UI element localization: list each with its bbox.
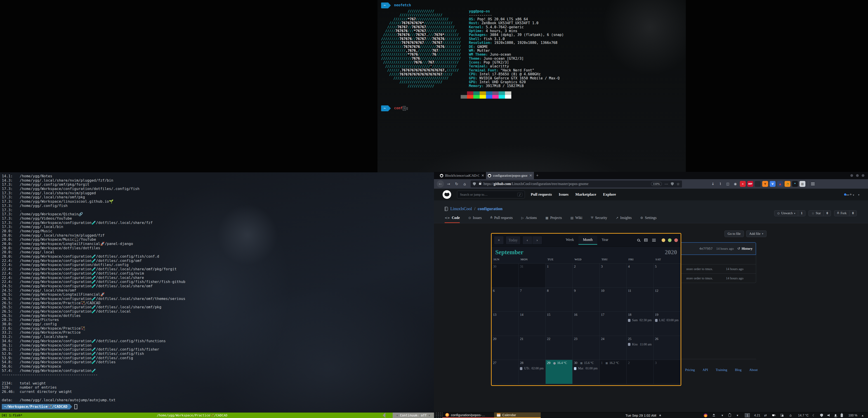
day-cell[interactable]: 14 <box>519 312 546 336</box>
day-cell[interactable]: 7 <box>519 288 546 312</box>
page-actions-icon[interactable]: ⋯ <box>664 182 668 186</box>
create-new-button[interactable]: + ▾ <box>849 192 854 197</box>
day-cell[interactable]: 19 LAD… 03:00 pm <box>654 312 681 336</box>
tray-item[interactable] <box>772 413 777 417</box>
minimize-button[interactable] <box>662 238 665 242</box>
repo-tab[interactable]: ▦Projects <box>546 216 562 223</box>
tray-item[interactable] <box>812 413 817 417</box>
repo-tab[interactable]: ⊙Issues <box>468 216 482 223</box>
browser-extension-icon[interactable]: V <box>770 181 776 187</box>
repo-tab[interactable]: ↗Insights <box>616 216 631 223</box>
forward-button[interactable]: → <box>445 180 452 187</box>
day-cell[interactable]: 27 <box>492 360 519 384</box>
tracking-protection-shield-icon[interactable] <box>473 182 476 186</box>
calendar-event[interactable]: Mar… 01:00 pm <box>574 367 598 370</box>
zoom-level-badge[interactable]: 110% <box>651 182 662 186</box>
day-cell[interactable]: 30 15.6 °C Mar… 01:00 pm <box>572 360 599 384</box>
day-cell[interactable]: 12 <box>654 288 681 312</box>
minimize-button[interactable] <box>850 174 853 177</box>
reload-button[interactable]: ↻ <box>453 180 460 187</box>
bookmark-star-icon[interactable]: ☆ <box>677 182 680 186</box>
tray-item[interactable] <box>835 414 837 417</box>
clock[interactable]: Tue Sep 29 1:02 AM <box>625 412 661 418</box>
view-tab[interactable]: Week <box>561 236 579 245</box>
next-month-button[interactable]: › <box>532 236 542 244</box>
tray-item[interactable] <box>728 414 732 417</box>
day-cell[interactable]: 9 <box>572 288 599 312</box>
browser-extension-icon[interactable]: ◫ <box>725 181 731 187</box>
day-cell[interactable]: 23 <box>572 336 599 360</box>
browser-extension-icon[interactable]: ↓ <box>710 181 716 187</box>
tray-item[interactable]: 1 <box>744 413 750 417</box>
day-cell[interactable]: 1 16.2 °C <box>600 360 627 384</box>
tray-item[interactable] <box>704 414 709 417</box>
day-cell[interactable]: 4 <box>627 264 653 288</box>
github-nav-link[interactable]: Marketplace <box>575 192 596 197</box>
day-cell[interactable]: 5 <box>654 264 681 288</box>
repo-tab[interactable]: ⚙Settings <box>640 216 657 223</box>
day-cell[interactable]: 25 Kiss … 11:00 am <box>627 336 653 360</box>
footer-link[interactable]: API <box>703 368 708 372</box>
url-bar[interactable]: https://github.com/LinuxIsCool/configura… <box>471 180 682 187</box>
tray-item[interactable]: 100 % <box>847 413 857 417</box>
day-cell[interactable]: 8 <box>546 288 572 312</box>
tray-item[interactable] <box>735 413 741 417</box>
calendars-grid-icon[interactable] <box>644 239 648 242</box>
day-cell[interactable]: 16 <box>572 312 599 336</box>
repo-tab[interactable]: ▤Wiki <box>570 216 583 223</box>
search-input[interactable] <box>460 192 518 197</box>
repo-tab[interactable]: ψPull requests <box>490 216 513 223</box>
tray-item[interactable] <box>780 413 785 417</box>
github-nav-link[interactable]: Pull requests <box>531 192 552 197</box>
day-cell[interactable]: 26 <box>654 336 681 360</box>
github-search[interactable]: / <box>457 191 525 198</box>
tray-item[interactable] <box>712 413 717 417</box>
view-tab[interactable]: Year <box>597 236 613 245</box>
tray-item[interactable] <box>820 414 824 417</box>
github-logo-icon[interactable] <box>442 190 451 199</box>
browser-extension-icon[interactable]: ⌇ <box>717 181 723 187</box>
tab-close-icon[interactable]: ✕ <box>481 174 484 178</box>
day-cell[interactable]: 28 UTr… 02:00 pm <box>519 360 546 384</box>
browser-extension-icon[interactable] <box>755 181 761 187</box>
day-cell[interactable]: 2 <box>572 264 599 288</box>
day-cell[interactable]: 6 <box>492 288 519 312</box>
day-cell[interactable]: 30 <box>492 264 519 288</box>
day-cell[interactable]: 13 <box>492 312 519 336</box>
tab-close-icon[interactable]: ✕ <box>529 174 532 178</box>
browser-extension-icon[interactable]: ▼ <box>762 181 768 187</box>
tray-item[interactable] <box>720 413 725 417</box>
day-cell[interactable]: 17 <box>600 312 627 336</box>
browser-tab[interactable]: BlockScience/cadCAD-Od ✕ <box>438 172 486 179</box>
day-cell[interactable]: 3 <box>654 360 681 384</box>
browser-extension-icon[interactable]: ◉ <box>733 181 738 187</box>
repo-tab[interactable]: ⛨Security <box>591 216 607 223</box>
day-cell[interactable]: 24 <box>600 336 627 360</box>
repo-tab[interactable]: ▷Actions <box>521 216 537 223</box>
tray-item[interactable] <box>827 414 832 417</box>
pocket-shield-icon[interactable] <box>671 182 674 186</box>
repo-action-button[interactable]: ⊙Unwatch▾ 1 <box>774 210 805 216</box>
github-nav-link[interactable]: Issues <box>559 192 568 197</box>
footer-link[interactable]: Blog <box>735 368 741 372</box>
calendar-event[interactable]: UTr… 02:00 pm <box>520 367 544 370</box>
day-cell[interactable]: 2 <box>627 360 653 384</box>
maximize-button[interactable] <box>856 174 859 177</box>
repo-tab[interactable]: <>Code <box>445 216 460 223</box>
tray-item[interactable] <box>763 413 769 417</box>
footer-link[interactable]: Pricing <box>685 368 695 372</box>
view-tab[interactable]: Month <box>579 236 597 245</box>
go-to-file-button[interactable]: Go to file <box>724 231 744 237</box>
close-button[interactable] <box>674 238 678 242</box>
repo-action-button[interactable]: ψFork▾ 0 <box>834 210 857 216</box>
tray-item[interactable]: 14.7 °C <box>797 413 809 417</box>
day-cell[interactable]: 21 <box>519 336 546 360</box>
day-cell[interactable]: 29 16.4 °C <box>546 360 572 384</box>
tray-item[interactable] <box>861 413 866 417</box>
new-event-button[interactable]: + <box>494 236 504 244</box>
day-cell[interactable]: 1 <box>546 264 572 288</box>
menu-hamburger-icon[interactable] <box>811 182 815 185</box>
repo-name-link[interactable]: configuration <box>477 206 502 211</box>
calendar-event[interactable]: Kiss … 11:00 am <box>628 343 652 346</box>
maximize-button[interactable] <box>668 238 672 242</box>
